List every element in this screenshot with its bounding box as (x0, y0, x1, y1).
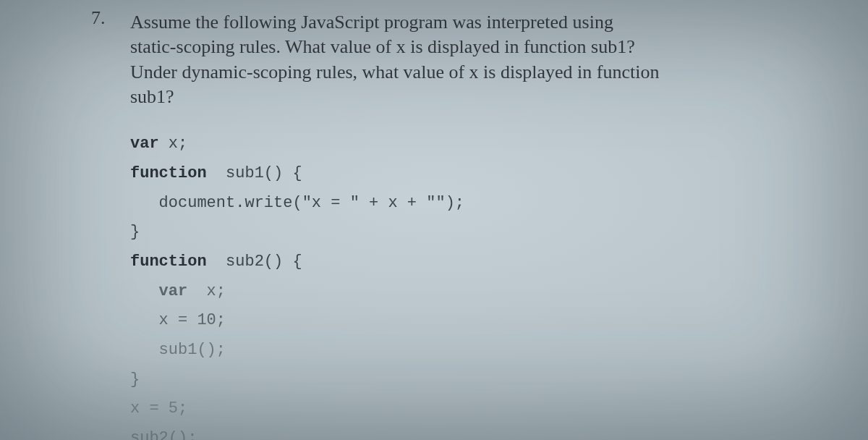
code-keyword-var: var (130, 282, 187, 300)
code-keyword-var: var (130, 135, 159, 153)
code-line-11: sub2(); (130, 429, 197, 440)
code-line-3: document.write("x = " + x + ""); (130, 194, 464, 212)
question-line-2: static-scoping rules. What value of x is… (130, 36, 635, 57)
question-line-3: Under dynamic-scoping rules, what value … (130, 62, 659, 82)
code-line-10: x = 5; (130, 399, 187, 418)
question-line-1: Assume the following JavaScript program … (130, 12, 613, 33)
question-text: Assume the following JavaScript program … (130, 10, 810, 109)
question-line-4: sub1? (130, 86, 174, 107)
question-number: 7. (91, 7, 106, 29)
code-keyword-function: function (130, 253, 207, 271)
code-line-4: } (130, 223, 140, 241)
code-line-5: sub2() { (207, 253, 302, 271)
code-line-6: x; (187, 282, 226, 300)
code-keyword-function: function (130, 164, 207, 182)
page-content: 7. Assume the following JavaScript progr… (0, 0, 868, 440)
code-block: var x; function sub1() { document.write(… (130, 130, 810, 440)
code-line-7: x = 10; (130, 311, 226, 329)
code-line-1: x; (159, 135, 188, 153)
code-line-9: } (130, 371, 140, 389)
code-line-8: sub1(); (130, 341, 226, 359)
code-line-2: sub1() { (207, 164, 302, 182)
